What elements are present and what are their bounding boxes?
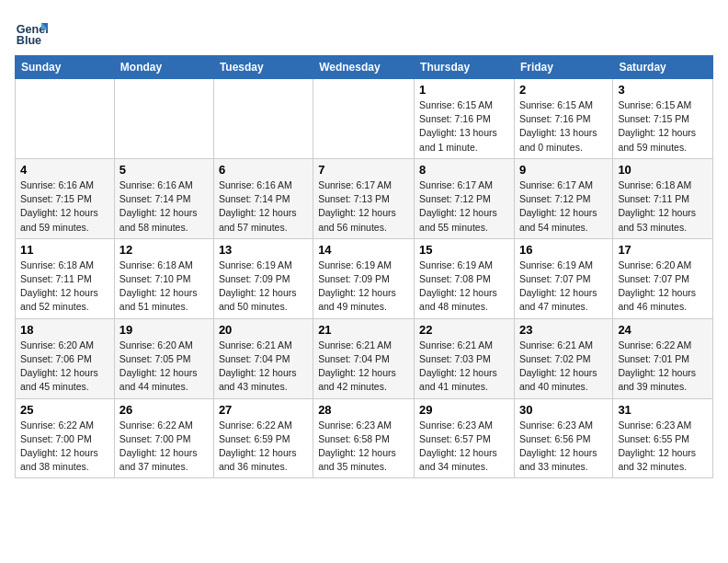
calendar-cell: 31Sunrise: 6:23 AM Sunset: 6:55 PM Dayli…: [613, 398, 713, 478]
day-number: 17: [618, 243, 708, 257]
day-number: 5: [119, 163, 209, 177]
day-number: 16: [519, 243, 608, 257]
day-number: 24: [618, 323, 708, 337]
calendar-cell: 7Sunrise: 6:17 AM Sunset: 7:13 PM Daylig…: [313, 158, 415, 238]
day-info: Sunrise: 6:21 AM Sunset: 7:02 PM Dayligh…: [519, 339, 608, 395]
calendar-cell: 12Sunrise: 6:18 AM Sunset: 7:10 PM Dayli…: [114, 238, 213, 318]
day-number: 13: [219, 243, 308, 257]
day-info: Sunrise: 6:20 AM Sunset: 7:07 PM Dayligh…: [618, 259, 708, 315]
day-info: Sunrise: 6:18 AM Sunset: 7:11 PM Dayligh…: [618, 178, 708, 235]
day-number: 26: [119, 403, 209, 417]
day-number: 29: [419, 403, 509, 417]
day-number: 18: [20, 323, 109, 337]
day-info: Sunrise: 6:18 AM Sunset: 7:11 PM Dayligh…: [20, 259, 109, 315]
calendar-cell: 10Sunrise: 6:18 AM Sunset: 7:11 PM Dayli…: [613, 158, 713, 238]
day-info: Sunrise: 6:16 AM Sunset: 7:15 PM Dayligh…: [20, 178, 109, 235]
calendar-week-row: 4Sunrise: 6:16 AM Sunset: 7:15 PM Daylig…: [16, 158, 713, 238]
calendar-cell: [313, 79, 415, 159]
day-info: Sunrise: 6:21 AM Sunset: 7:04 PM Dayligh…: [219, 339, 308, 395]
day-info: Sunrise: 6:22 AM Sunset: 7:01 PM Dayligh…: [618, 339, 708, 395]
calendar-week-row: 11Sunrise: 6:18 AM Sunset: 7:11 PM Dayli…: [16, 238, 713, 318]
day-info: Sunrise: 6:19 AM Sunset: 7:09 PM Dayligh…: [318, 259, 409, 315]
day-info: Sunrise: 6:21 AM Sunset: 7:03 PM Dayligh…: [419, 339, 509, 395]
calendar-cell: 13Sunrise: 6:19 AM Sunset: 7:09 PM Dayli…: [213, 238, 313, 318]
calendar-cell: 4Sunrise: 6:16 AM Sunset: 7:15 PM Daylig…: [16, 158, 115, 238]
calendar-cell: 23Sunrise: 6:21 AM Sunset: 7:02 PM Dayli…: [514, 318, 612, 398]
day-info: Sunrise: 6:23 AM Sunset: 6:56 PM Dayligh…: [519, 419, 608, 475]
calendar-week-row: 25Sunrise: 6:22 AM Sunset: 7:00 PM Dayli…: [16, 398, 713, 478]
calendar-cell: 3Sunrise: 6:15 AM Sunset: 7:15 PM Daylig…: [613, 79, 713, 159]
day-number: 2: [519, 83, 608, 97]
calendar-cell: 29Sunrise: 6:23 AM Sunset: 6:57 PM Dayli…: [415, 398, 515, 478]
calendar-cell: 15Sunrise: 6:19 AM Sunset: 7:08 PM Dayli…: [415, 238, 515, 318]
header: General Blue: [15, 15, 713, 48]
day-number: 6: [219, 163, 308, 177]
day-number: 25: [20, 403, 109, 417]
calendar-cell: 16Sunrise: 6:19 AM Sunset: 7:07 PM Dayli…: [514, 238, 612, 318]
day-of-week-header: Wednesday: [313, 56, 415, 79]
day-info: Sunrise: 6:23 AM Sunset: 6:57 PM Dayligh…: [419, 419, 509, 475]
calendar-cell: 5Sunrise: 6:16 AM Sunset: 7:14 PM Daylig…: [114, 158, 213, 238]
day-number: 30: [519, 403, 608, 417]
day-info: Sunrise: 6:23 AM Sunset: 6:58 PM Dayligh…: [318, 419, 409, 475]
calendar-cell: 20Sunrise: 6:21 AM Sunset: 7:04 PM Dayli…: [213, 318, 313, 398]
day-of-week-header: Saturday: [613, 56, 713, 79]
day-info: Sunrise: 6:22 AM Sunset: 7:00 PM Dayligh…: [20, 419, 109, 475]
day-number: 3: [618, 83, 708, 97]
day-number: 23: [519, 323, 608, 337]
calendar-cell: 14Sunrise: 6:19 AM Sunset: 7:09 PM Dayli…: [313, 238, 415, 318]
logo-icon: General Blue: [15, 15, 48, 48]
day-number: 1: [419, 83, 509, 97]
day-number: 14: [318, 243, 409, 257]
day-number: 11: [20, 243, 109, 257]
day-number: 15: [419, 243, 509, 257]
day-number: 10: [618, 163, 708, 177]
day-number: 21: [318, 323, 409, 337]
day-info: Sunrise: 6:17 AM Sunset: 7:13 PM Dayligh…: [318, 178, 409, 235]
day-info: Sunrise: 6:19 AM Sunset: 7:09 PM Dayligh…: [219, 259, 308, 315]
day-number: 12: [119, 243, 209, 257]
day-number: 28: [318, 403, 409, 417]
day-info: Sunrise: 6:20 AM Sunset: 7:06 PM Dayligh…: [20, 339, 109, 395]
calendar-cell: 24Sunrise: 6:22 AM Sunset: 7:01 PM Dayli…: [613, 318, 713, 398]
calendar-cell: 6Sunrise: 6:16 AM Sunset: 7:14 PM Daylig…: [213, 158, 313, 238]
calendar-cell: [16, 79, 115, 159]
day-of-week-header: Thursday: [415, 56, 515, 79]
calendar-cell: 26Sunrise: 6:22 AM Sunset: 7:00 PM Dayli…: [114, 398, 213, 478]
day-info: Sunrise: 6:16 AM Sunset: 7:14 PM Dayligh…: [219, 178, 308, 235]
calendar-cell: 21Sunrise: 6:21 AM Sunset: 7:04 PM Dayli…: [313, 318, 415, 398]
day-info: Sunrise: 6:15 AM Sunset: 7:15 PM Dayligh…: [618, 98, 708, 155]
calendar-cell: 1Sunrise: 6:15 AM Sunset: 7:16 PM Daylig…: [415, 79, 515, 159]
day-of-week-header: Monday: [114, 56, 213, 79]
day-info: Sunrise: 6:23 AM Sunset: 6:55 PM Dayligh…: [618, 419, 708, 475]
calendar-cell: 27Sunrise: 6:22 AM Sunset: 6:59 PM Dayli…: [213, 398, 313, 478]
day-of-week-header: Friday: [514, 56, 612, 79]
calendar-cell: 22Sunrise: 6:21 AM Sunset: 7:03 PM Dayli…: [415, 318, 515, 398]
day-info: Sunrise: 6:17 AM Sunset: 7:12 PM Dayligh…: [519, 178, 608, 235]
day-number: 19: [119, 323, 209, 337]
calendar-cell: [213, 79, 313, 159]
calendar-cell: 8Sunrise: 6:17 AM Sunset: 7:12 PM Daylig…: [415, 158, 515, 238]
day-number: 9: [519, 163, 608, 177]
day-number: 27: [219, 403, 308, 417]
calendar-cell: 30Sunrise: 6:23 AM Sunset: 6:56 PM Dayli…: [514, 398, 612, 478]
day-info: Sunrise: 6:22 AM Sunset: 6:59 PM Dayligh…: [219, 419, 308, 475]
calendar-cell: 11Sunrise: 6:18 AM Sunset: 7:11 PM Dayli…: [16, 238, 115, 318]
day-number: 8: [419, 163, 509, 177]
day-of-week-header: Tuesday: [213, 56, 313, 79]
day-info: Sunrise: 6:16 AM Sunset: 7:14 PM Dayligh…: [119, 178, 209, 235]
day-number: 20: [219, 323, 308, 337]
day-info: Sunrise: 6:19 AM Sunset: 7:08 PM Dayligh…: [419, 259, 509, 315]
calendar-cell: 28Sunrise: 6:23 AM Sunset: 6:58 PM Dayli…: [313, 398, 415, 478]
day-number: 7: [318, 163, 409, 177]
calendar-cell: 2Sunrise: 6:15 AM Sunset: 7:16 PM Daylig…: [514, 79, 612, 159]
day-info: Sunrise: 6:21 AM Sunset: 7:04 PM Dayligh…: [318, 339, 409, 395]
day-info: Sunrise: 6:22 AM Sunset: 7:00 PM Dayligh…: [119, 419, 209, 475]
svg-text:Blue: Blue: [17, 34, 41, 47]
calendar-week-row: 1Sunrise: 6:15 AM Sunset: 7:16 PM Daylig…: [16, 79, 713, 159]
day-info: Sunrise: 6:20 AM Sunset: 7:05 PM Dayligh…: [119, 339, 209, 395]
calendar-week-row: 18Sunrise: 6:20 AM Sunset: 7:06 PM Dayli…: [16, 318, 713, 398]
calendar-cell: 25Sunrise: 6:22 AM Sunset: 7:00 PM Dayli…: [16, 398, 115, 478]
day-info: Sunrise: 6:15 AM Sunset: 7:16 PM Dayligh…: [519, 98, 608, 155]
day-info: Sunrise: 6:18 AM Sunset: 7:10 PM Dayligh…: [119, 259, 209, 315]
